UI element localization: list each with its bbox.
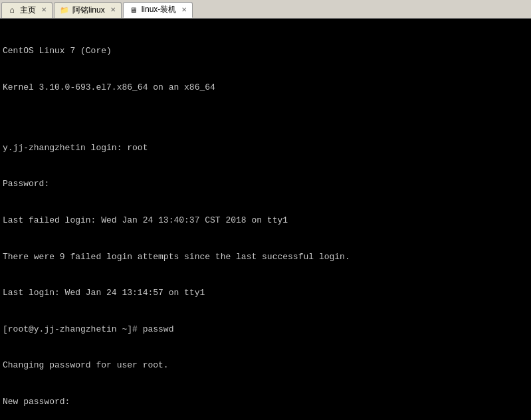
- term-line-9: Changing password for user root.: [3, 360, 528, 371]
- tab-linux-install-label: linux-装机: [142, 4, 177, 15]
- tab-alinux-close[interactable]: ✕: [110, 7, 116, 13]
- term-line-4: Password:: [3, 178, 528, 190]
- tab-home[interactable]: ⌂ 主页 ✕: [1, 2, 53, 18]
- term-line-7: Last login: Wed Jan 24 13:14:57 on tty1: [3, 287, 528, 299]
- tab-linux-install-close[interactable]: ✕: [181, 7, 187, 13]
- home-icon: ⌂: [7, 5, 17, 15]
- term-line-1: Kernel 3.10.0-693.el7.x86_64 on an x86_6…: [3, 82, 528, 94]
- term-line-8: [root@y.jj-zhangzhetin ~]# passwd: [3, 324, 528, 336]
- folder-icon: 📁: [60, 5, 69, 15]
- tab-home-close[interactable]: ✕: [41, 7, 47, 13]
- tab-bar: ⌂ 主页 ✕ 📁 阿铭linux ✕ 🖥 linux-装机 ✕: [0, 0, 531, 19]
- term-line-10: New password:: [3, 396, 528, 408]
- term-line-5: Last failed login: Wed Jan 24 13:40:37 C…: [3, 215, 528, 227]
- term-line-6: There were 9 failed login attempts since…: [3, 251, 528, 263]
- term-line-0: CentOS Linux 7 (Core): [3, 45, 528, 57]
- monitor-icon: 🖥: [129, 5, 138, 15]
- terminal: CentOS Linux 7 (Core) Kernel 3.10.0-693.…: [0, 19, 531, 420]
- tab-home-label: 主页: [20, 5, 36, 16]
- tab-a铭linux-label: 阿铭linux: [72, 5, 105, 16]
- tab-a铭linux[interactable]: 📁 阿铭linux ✕: [54, 2, 122, 18]
- term-line-3: y.jj-zhangzhetin login: root: [3, 142, 528, 154]
- tab-linux-install[interactable]: 🖥 linux-装机 ✕: [123, 2, 193, 18]
